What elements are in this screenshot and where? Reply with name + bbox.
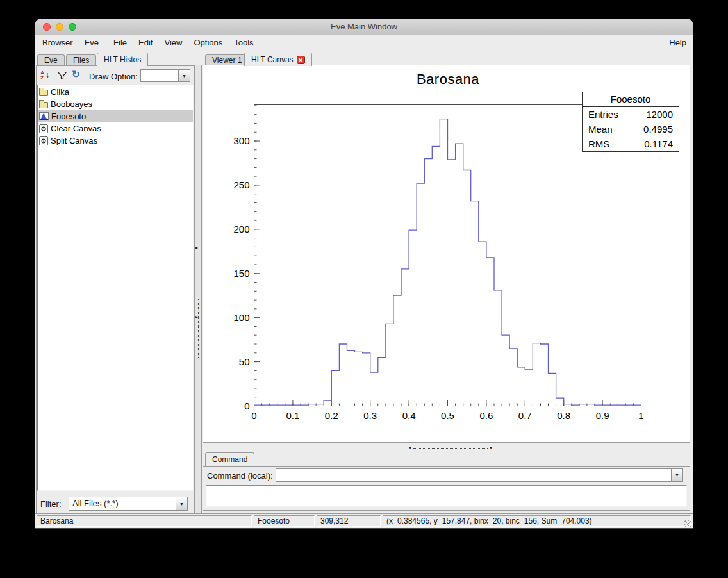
horizontal-splitter[interactable]: ▾ ▾: [409, 445, 492, 451]
tab-command[interactable]: Command: [205, 452, 254, 466]
statusbar: Barosana Fooesoto 309,312 (x=0.384565, y…: [35, 513, 693, 528]
svg-text:0.2: 0.2: [325, 410, 338, 421]
stats-row-entries: Entries 12000: [583, 107, 679, 122]
menu-file[interactable]: File: [108, 35, 133, 51]
svg-text:150: 150: [233, 268, 249, 279]
menu-help[interactable]: Help: [663, 35, 693, 51]
chevron-down-icon[interactable]: ▼: [176, 497, 187, 510]
svg-text:0.9: 0.9: [596, 410, 609, 421]
resize-grip-icon[interactable]: [684, 520, 691, 527]
stats-row-mean: Mean 0.4995: [583, 122, 679, 136]
svg-text:50: 50: [239, 356, 250, 367]
traffic-lights: [43, 23, 76, 31]
svg-text:0.4: 0.4: [402, 410, 416, 421]
stats-box: Fooesoto Entries 12000 Mean 0.4995 RMS 0…: [582, 92, 679, 152]
close-window-button[interactable]: [43, 23, 51, 31]
draw-option-combobox[interactable]: ▼: [140, 69, 190, 82]
gear-icon: ⚙: [39, 124, 48, 133]
status-segment-position: 309,312: [317, 515, 381, 527]
tab-hlt-canvas[interactable]: HLT Canvas ✕: [244, 53, 312, 66]
svg-text:0: 0: [244, 400, 249, 411]
command-local-label: Command (local):: [207, 471, 273, 481]
draw-option-value: [141, 70, 178, 81]
sidebar-listbox: Cilka Booboayes Fooesoto ⚙ Clear Canvas …: [37, 85, 194, 491]
svg-text:200: 200: [233, 224, 249, 235]
splitter-arrow-icon[interactable]: ▸: [195, 245, 198, 251]
splitter-arrow-icon[interactable]: ▾: [409, 445, 411, 450]
filter-icon[interactable]: [57, 70, 67, 83]
draw-option-label: Draw Option:: [89, 72, 138, 81]
list-item-clear-canvas[interactable]: ⚙ Clear Canvas: [38, 122, 193, 135]
filter-label: Filter:: [40, 499, 62, 509]
tab-eve[interactable]: Eve: [37, 54, 65, 66]
svg-text:0.7: 0.7: [518, 410, 532, 421]
minimize-window-button[interactable]: [56, 23, 63, 31]
svg-text:0.5: 0.5: [441, 410, 454, 421]
status-segment-title: Barosana: [37, 515, 252, 527]
svg-text:0.3: 0.3: [363, 410, 377, 421]
menubar: Browser Eve File Edit View Options Tools…: [35, 35, 693, 51]
menu-browser[interactable]: Browser: [37, 35, 79, 51]
menu-options[interactable]: Options: [188, 35, 228, 51]
svg-text:250: 250: [233, 179, 249, 190]
svg-text:100: 100: [233, 312, 249, 323]
canvas-area: 00.10.20.30.40.50.60.70.80.9105010015020…: [203, 65, 690, 443]
close-tab-icon[interactable]: ✕: [297, 56, 305, 64]
zoom-window-button[interactable]: [69, 23, 76, 31]
command-output-box: [206, 485, 687, 507]
window-title: Eve Main Window: [35, 19, 693, 35]
splitter-arrow-icon[interactable]: ▸: [195, 314, 198, 320]
stats-box-title: Fooesoto: [583, 92, 679, 107]
folder-icon: [39, 102, 48, 108]
svg-text:0.6: 0.6: [479, 410, 493, 421]
svg-text:300: 300: [233, 135, 249, 146]
status-segment-object: Fooesoto: [254, 515, 315, 527]
eve-main-window: Eve Main Window Browser Eve File Edit Vi…: [35, 19, 693, 528]
menu-eve[interactable]: Eve: [79, 35, 104, 51]
status-segment-event-info: (x=0.384565, y=157.847, binx=20, binc=15…: [383, 515, 691, 527]
filter-value: All Files (*.*): [69, 497, 176, 510]
tab-hlt-canvas-label: HLT Canvas: [251, 53, 294, 66]
chevron-down-icon[interactable]: ▼: [178, 70, 190, 81]
histogram-icon: [39, 112, 49, 120]
command-input-combobox: ▼: [276, 468, 683, 482]
tab-hlt-histos[interactable]: HLT Histos: [97, 53, 148, 66]
filter-combobox[interactable]: All Files (*.*) ▼: [69, 497, 188, 511]
titlebar: Eve Main Window: [35, 19, 693, 35]
stats-row-rms: RMS 0.1174: [583, 136, 679, 151]
menu-tools[interactable]: Tools: [228, 35, 259, 51]
sort-icon[interactable]: A Z ↓: [40, 70, 53, 81]
svg-text:1: 1: [638, 410, 643, 421]
tab-files[interactable]: Files: [66, 54, 96, 66]
svg-text:0.8: 0.8: [557, 410, 570, 421]
command-input[interactable]: [276, 469, 671, 481]
splitter-dots: [413, 448, 488, 449]
splitter-dots: [198, 299, 199, 358]
splitter-arrow-icon[interactable]: ▾: [490, 445, 492, 450]
vertical-splitter[interactable]: ▸ ▸: [194, 65, 202, 513]
svg-text:0.1: 0.1: [286, 410, 299, 421]
list-item-fooesoto[interactable]: Fooesoto: [38, 110, 193, 122]
list-item-split-canvas[interactable]: ⚙ Split Canvas: [38, 135, 193, 147]
svg-text:0: 0: [251, 410, 256, 421]
menu-view[interactable]: View: [158, 35, 188, 51]
plot-title: Barosana: [254, 71, 641, 88]
list-item-booboayes[interactable]: Booboayes: [38, 98, 193, 110]
folder-icon: [39, 90, 48, 96]
menu-edit[interactable]: Edit: [133, 35, 158, 51]
menu-divider: [106, 35, 106, 51]
gear-icon: ⚙: [39, 136, 48, 145]
chevron-down-icon[interactable]: ▼: [671, 469, 682, 481]
list-item-cilka[interactable]: Cilka: [38, 86, 193, 98]
refresh-icon[interactable]: ↻: [72, 69, 80, 80]
